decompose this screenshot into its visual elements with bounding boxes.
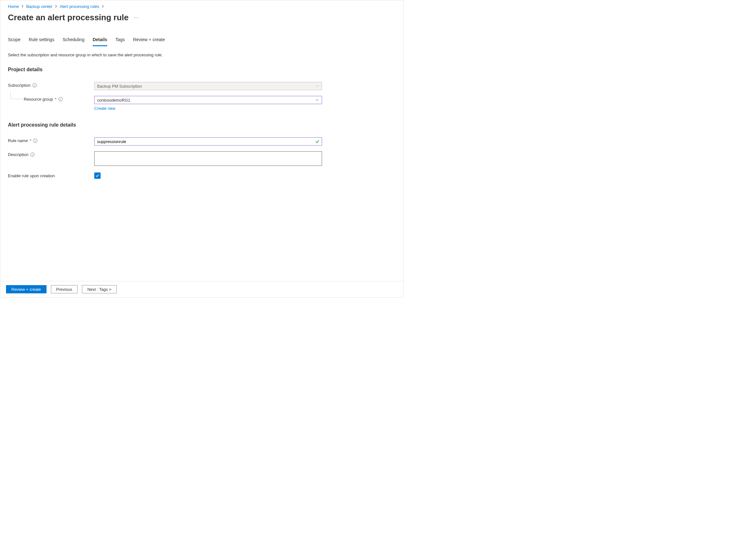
tabs: Scope Rule settings Scheduling Details T… [8,37,396,46]
info-icon[interactable]: i [33,83,37,87]
subscription-value: Backup PM Subscription [97,84,142,89]
create-new-link[interactable]: Create new [94,104,115,111]
page-title: Create an alert processing rule [8,13,128,22]
section-rule-details: Alert processing rule details [8,122,396,137]
tab-tags[interactable]: Tags [115,37,125,46]
tab-description: Select the subscription and resource gro… [8,46,396,67]
enable-rule-checkbox[interactable] [94,172,101,179]
tree-connector-icon [10,91,22,99]
info-icon[interactable]: i [30,152,34,157]
chevron-right-icon [55,5,57,9]
tab-rule-settings[interactable]: Rule settings [29,37,54,46]
review-create-button[interactable]: Review + create [6,285,46,294]
enable-rule-label: Enable rule upon creation [8,172,94,178]
description-input[interactable] [94,151,322,166]
previous-button[interactable]: Previous [51,285,78,294]
description-label: Description i [8,151,94,157]
subscription-label: Subscription i [8,82,94,88]
footer: Review + create Previous Next : Tags > [0,281,403,297]
chevron-down-icon [315,98,319,102]
info-icon[interactable]: i [59,97,63,101]
next-tags-button[interactable]: Next : Tags > [82,285,117,294]
breadcrumb-backup-center[interactable]: Backup center [26,4,53,9]
resource-group-select[interactable]: contosodemoRG1 [94,96,322,104]
breadcrumb: Home Backup center Alert processing rule… [8,3,396,13]
checkmark-icon [315,139,319,144]
section-project-details: Project details [8,67,396,82]
resource-group-value: contosodemoRG1 [97,98,130,102]
required-indicator: * [30,138,31,143]
resource-group-label: Resource group * i [8,96,94,102]
rule-name-label: Rule name * i [8,137,94,143]
breadcrumb-home[interactable]: Home [8,4,19,9]
info-icon[interactable]: i [33,139,37,143]
breadcrumb-alert-processing-rules[interactable]: Alert processing rules [60,4,99,9]
tab-review-create[interactable]: Review + create [133,37,165,46]
more-actions-icon[interactable]: ··· [133,15,139,21]
chevron-right-icon [22,5,24,9]
chevron-right-icon [102,5,104,9]
required-indicator: * [55,97,57,102]
tab-scheduling[interactable]: Scheduling [63,37,84,46]
rule-name-input[interactable] [94,137,322,145]
page-title-row: Create an alert processing rule ··· [8,13,396,37]
chevron-down-icon [315,84,319,88]
tab-details[interactable]: Details [93,37,107,46]
subscription-select: Backup PM Subscription [94,82,322,90]
tab-scope[interactable]: Scope [8,37,21,46]
